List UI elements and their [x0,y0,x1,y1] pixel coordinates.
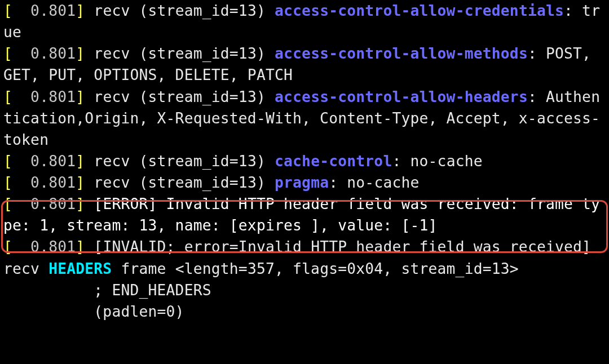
bracket-close: ] [76,153,85,170]
log-line: [ 0.801] recv (stream_id=13) access-cont… [3,88,600,148]
headers-keyword: HEADERS [48,260,112,277]
invalid-line: [ 0.801] [INVALID; error=Invalid HTTP he… [3,238,600,277]
bracket-open: [ [3,2,12,19]
bracket-close: ] [76,174,85,191]
timestamp: 0.801 [12,238,76,255]
error-text: [ERROR] Invalid HTTP header field was re… [3,196,600,234]
bracket-open: [ [3,88,12,105]
timestamp: 0.801 [12,88,76,105]
header-name: pragma [275,174,329,191]
header-name: cache-control [275,153,392,170]
invalid-text-b: frame <length=357, flags=0x04, stream_id… [112,260,518,277]
recv-prefix: recv (stream_id=13) [85,45,275,62]
bracket-open: [ [3,45,12,62]
header-value: : no-cache [392,153,482,170]
terminal-output: [ 0.801] recv (stream_id=13) access-cont… [0,0,609,322]
log-line: [ 0.801] recv (stream_id=13) access-cont… [3,45,600,83]
bracket-open: [ [3,238,12,255]
log-line: [ 0.801] recv (stream_id=13) cache-contr… [3,153,483,170]
bracket-close: ] [76,2,85,19]
recv-prefix: recv (stream_id=13) [85,153,275,170]
bracket-close: ] [76,45,85,62]
terminal-window: [ 0.801] recv (stream_id=13) access-cont… [0,0,609,364]
timestamp: 0.801 [12,45,76,62]
timestamp: 0.801 [12,2,76,19]
log-line: [ 0.801] recv (stream_id=13) access-cont… [3,2,600,41]
padlen-line: (padlen=0) [3,303,184,320]
timestamp: 0.801 [12,196,76,212]
timestamp: 0.801 [12,153,76,170]
recv-prefix: recv (stream_id=13) [85,2,275,19]
end-headers-line: ; END_HEADERS [3,282,211,299]
bracket-open: [ [3,196,12,212]
error-line: [ 0.801] [ERROR] Invalid HTTP header fie… [3,196,600,234]
log-line: [ 0.801] recv (stream_id=13) pragma: no-… [3,174,420,191]
timestamp: 0.801 [12,174,76,191]
bracket-close: ] [76,88,85,105]
header-value: : no-cache [329,174,419,191]
bracket-close: ] [76,196,85,212]
bracket-close: ] [76,238,85,255]
recv-prefix: recv (stream_id=13) [85,174,275,191]
header-name: access-control-allow-credentials [275,2,564,19]
header-name: access-control-allow-headers [275,88,528,105]
bracket-open: [ [3,174,12,191]
header-name: access-control-allow-methods [275,45,528,62]
bracket-open: [ [3,153,12,170]
recv-prefix: recv (stream_id=13) [85,88,275,105]
